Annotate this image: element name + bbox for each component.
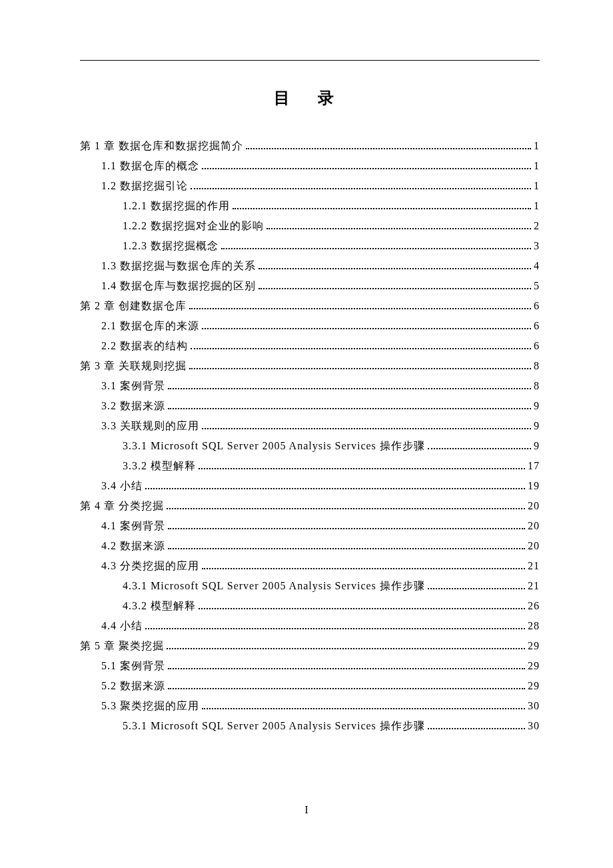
toc-entry-page: 4	[534, 261, 540, 271]
toc-entry-page: 9	[534, 441, 540, 451]
toc-entry-page: 29	[528, 661, 540, 671]
toc-entry-label: 1.4 数据仓库与数据挖掘的区别	[101, 281, 256, 291]
toc-leader-dots	[168, 548, 525, 549]
toc-entry-label: 1.2.1 数据挖掘的作用	[123, 201, 230, 211]
toc-leader-dots	[246, 148, 531, 149]
toc-entry-page: 17	[528, 461, 540, 471]
toc-entry-page: 20	[528, 501, 540, 511]
toc-entry: 3.3.2 模型解释17	[80, 461, 540, 471]
toc-leader-dots	[259, 268, 531, 269]
toc-entry-page: 3	[534, 241, 540, 251]
toc-leader-dots	[428, 448, 531, 449]
toc-entry: 1.2.2 数据挖掘对企业的影响2	[80, 221, 540, 231]
toc-entry-label: 5.3.1 Microsoft SQL Server 2005 Analysis…	[123, 721, 425, 731]
toc-entry-label: 1.1 数据仓库的概念	[101, 161, 199, 171]
toc-leader-dots	[168, 668, 525, 669]
toc-entry: 1.2.1 数据挖掘的作用1	[80, 201, 540, 211]
toc-leader-dots	[267, 228, 531, 229]
toc-entry-label: 3.3 关联规则的应用	[101, 421, 199, 431]
toc-entry-page: 5	[534, 281, 540, 291]
toc-entry-label: 1.2 数据挖掘引论	[101, 181, 188, 191]
toc-leader-dots	[167, 508, 525, 509]
toc-entry: 3.4 小结19	[80, 481, 540, 491]
toc-leader-dots	[199, 608, 525, 609]
toc-entry-page: 1	[534, 201, 540, 211]
toc-entry-label: 5.1 案例背景	[101, 661, 165, 671]
toc-entry-label: 4.1 案例背景	[101, 521, 165, 531]
toc-leader-dots	[168, 688, 525, 689]
toc-entry-label: 3.1 案例背景	[101, 381, 165, 391]
toc-leader-dots	[221, 248, 531, 249]
toc-entry: 5.3.1 Microsoft SQL Server 2005 Analysis…	[80, 721, 540, 731]
toc-entry-page: 1	[534, 141, 540, 151]
page-content: 目 录 第 1 章 数据仓库和数据挖掘简介11.1 数据仓库的概念11.2 数据…	[0, 0, 613, 731]
toc-leader-dots	[202, 568, 525, 569]
toc-leader-dots	[199, 468, 525, 469]
toc-entry-page: 6	[534, 341, 540, 351]
toc-entry-label: 2.2 数据表的结构	[101, 341, 188, 351]
toc-leader-dots	[168, 388, 531, 389]
toc-entry-label: 3.2 数据来源	[101, 401, 165, 411]
toc-entry-page: 2	[534, 221, 540, 231]
toc-entry: 第 4 章 分类挖掘20	[80, 501, 540, 511]
toc-entry-page: 1	[534, 181, 540, 191]
toc-entry: 5.3 聚类挖掘的应用30	[80, 701, 540, 711]
toc-entry-page: 21	[528, 581, 540, 591]
toc-entry-page: 29	[528, 681, 540, 691]
toc-entry-page: 9	[534, 401, 540, 411]
toc-entry-label: 5.3 聚类挖掘的应用	[101, 701, 199, 711]
toc-leader-dots	[189, 308, 531, 309]
toc-leader-dots	[428, 588, 525, 589]
toc-entry: 1.4 数据仓库与数据挖掘的区别5	[80, 281, 540, 291]
toc-entry: 3.2 数据来源9	[80, 401, 540, 411]
toc-leader-dots	[167, 648, 525, 649]
toc-entry-page: 6	[534, 301, 540, 311]
toc-entry-page: 1	[534, 161, 540, 171]
toc-entry-page: 29	[528, 641, 540, 651]
toc-entry-label: 1.2.2 数据挖掘对企业的影响	[123, 221, 264, 231]
toc-entry: 4.3.1 Microsoft SQL Server 2005 Analysis…	[80, 581, 540, 591]
toc-entry: 2.1 数据仓库的来源6	[80, 321, 540, 331]
toc-entry-label: 3.3.1 Microsoft SQL Server 2005 Analysis…	[123, 441, 425, 451]
toc-leader-dots	[202, 708, 525, 709]
toc-entry: 4.3 分类挖掘的应用21	[80, 561, 540, 571]
toc-entry-page: 8	[534, 381, 540, 391]
toc-leader-dots	[189, 368, 531, 369]
toc-leader-dots	[428, 728, 525, 729]
toc-entry-page: 26	[528, 601, 540, 611]
toc-leader-dots	[145, 488, 525, 489]
toc-title: 目 录	[80, 87, 540, 109]
toc-entry-label: 第 3 章 关联规则挖掘	[80, 361, 187, 371]
toc-entry-page: 28	[528, 621, 540, 631]
toc-entry: 第 1 章 数据仓库和数据挖掘简介1	[80, 141, 540, 151]
toc-entry: 1.1 数据仓库的概念1	[80, 161, 540, 171]
toc-entry-page: 20	[528, 521, 540, 531]
toc-entry-page: 19	[528, 481, 540, 491]
toc-entry-page: 8	[534, 361, 540, 371]
toc-entry: 第 3 章 关联规则挖掘8	[80, 361, 540, 371]
toc-leader-dots	[202, 168, 531, 169]
toc-entry: 5.2 数据来源29	[80, 681, 540, 691]
toc-entry-label: 第 5 章 聚类挖掘	[80, 641, 164, 651]
toc-leader-dots	[202, 428, 531, 429]
toc-entry: 4.3.2 模型解释26	[80, 601, 540, 611]
toc-entry: 2.2 数据表的结构6	[80, 341, 540, 351]
toc-entry-label: 第 1 章 数据仓库和数据挖掘简介	[80, 141, 243, 151]
toc-entry-label: 4.3 分类挖掘的应用	[101, 561, 199, 571]
toc-entry-label: 3.4 小结	[101, 481, 143, 491]
toc-entry-page: 30	[528, 701, 540, 711]
toc-entry-label: 3.3.2 模型解释	[123, 461, 196, 471]
toc-entry-page: 30	[528, 721, 540, 731]
toc-entry: 4.4 小结28	[80, 621, 540, 631]
toc-entry-page: 20	[528, 541, 540, 551]
toc-entry-label: 1.3 数据挖掘与数据仓库的关系	[101, 261, 256, 271]
toc-entry: 1.3 数据挖掘与数据仓库的关系4	[80, 261, 540, 271]
toc-entry-page: 9	[534, 421, 540, 431]
toc-entry-page: 21	[528, 561, 540, 571]
toc-entry-label: 5.2 数据来源	[101, 681, 165, 691]
toc-entry: 第 2 章 创建数据仓库6	[80, 301, 540, 311]
toc-list: 第 1 章 数据仓库和数据挖掘简介11.1 数据仓库的概念11.2 数据挖掘引论…	[80, 141, 540, 731]
toc-entry: 4.1 案例背景20	[80, 521, 540, 531]
toc-entry-page: 6	[534, 321, 540, 331]
page-number: I	[0, 804, 613, 816]
